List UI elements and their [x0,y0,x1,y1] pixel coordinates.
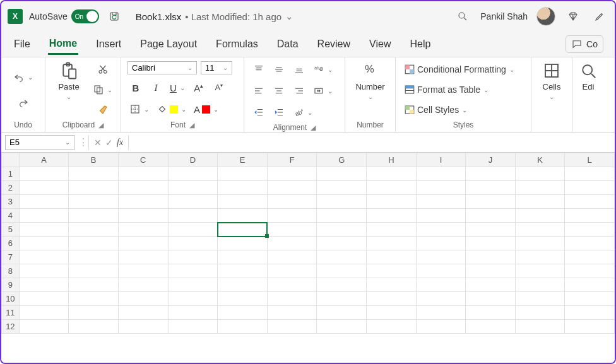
cell[interactable] [267,320,317,334]
column-header[interactable]: J [466,153,516,167]
cell[interactable] [466,167,516,181]
cell[interactable] [218,237,268,250]
cell[interactable] [565,320,615,334]
cell[interactable] [118,237,168,250]
row-header[interactable]: 6 [2,237,20,250]
enter-formula-icon[interactable]: ✓ [105,138,113,148]
cell[interactable] [19,292,69,306]
cell[interactable] [118,306,168,320]
column-header[interactable]: G [317,153,367,167]
cell[interactable] [565,209,615,223]
cell[interactable] [317,209,367,223]
cell[interactable] [218,167,268,181]
cell[interactable] [267,264,317,278]
cell[interactable] [168,250,218,264]
cell[interactable] [19,181,69,195]
cell[interactable] [168,237,218,250]
cell[interactable] [367,195,417,209]
cell[interactable] [267,306,317,320]
column-header[interactable]: B [69,153,119,167]
cell[interactable] [19,320,69,334]
cell[interactable] [118,167,168,181]
decrease-indent-icon[interactable] [251,104,267,120]
account-user-name[interactable]: Pankil Shah [480,11,528,21]
cell[interactable] [466,278,516,292]
increase-font-icon[interactable]: A▴ [191,79,207,96]
cell[interactable] [69,264,119,278]
row-header[interactable]: 2 [2,181,20,195]
cell[interactable] [565,278,615,292]
cancel-formula-icon[interactable]: ✕ [94,138,102,148]
cell[interactable] [168,264,218,278]
align-top-icon[interactable] [251,61,267,78]
align-bottom-icon[interactable] [291,61,307,78]
cell[interactable] [19,306,69,320]
cell[interactable] [416,237,466,250]
tab-data[interactable]: Data [276,35,300,54]
bold-button[interactable]: B [127,79,144,96]
cell[interactable] [416,320,466,334]
cell[interactable] [69,292,119,306]
paste-button[interactable]: Paste ⌄ [52,61,86,100]
cell[interactable] [267,250,317,264]
cut-icon[interactable] [91,61,114,78]
cell[interactable] [466,181,516,195]
cell[interactable] [367,264,417,278]
cell[interactable] [416,292,466,306]
tab-page-layout[interactable]: Page Layout [139,35,198,54]
column-header[interactable]: C [118,153,168,167]
cell[interactable] [565,237,615,250]
cell[interactable] [218,209,268,223]
search-icon[interactable] [454,8,471,25]
cell[interactable] [267,209,317,223]
orientation-icon[interactable]: ab [291,104,314,120]
tab-review[interactable]: Review [316,35,352,54]
font-family-combo[interactable]: Calibri⌄ [127,61,197,74]
formula-input[interactable] [129,135,615,150]
row-header[interactable]: 8 [2,264,20,278]
column-header[interactable]: A [19,153,69,167]
cell[interactable] [515,320,565,334]
cell[interactable] [267,223,317,237]
column-header[interactable]: E [218,153,268,167]
cell[interactable] [69,306,119,320]
number-format-button[interactable]: % Number ⌄ [353,61,388,100]
cell[interactable] [218,223,268,237]
column-header[interactable]: H [367,153,417,167]
cell[interactable] [118,292,168,306]
cell[interactable] [416,181,466,195]
wrap-text-icon[interactable]: ab [311,61,335,78]
select-all-corner[interactable] [2,153,20,167]
cell[interactable] [416,195,466,209]
row-header[interactable]: 3 [2,195,20,209]
cell[interactable] [69,250,119,264]
cell[interactable] [118,181,168,195]
cell[interactable] [416,167,466,181]
cell[interactable] [515,292,565,306]
column-header[interactable]: L [565,153,615,167]
cell[interactable] [565,223,615,237]
cell[interactable] [69,181,119,195]
clipboard-dialog-launcher[interactable]: ◢ [98,121,104,129]
cell[interactable] [218,181,268,195]
borders-button[interactable] [127,101,151,117]
cell[interactable] [416,223,466,237]
cell[interactable] [218,320,268,334]
cell[interactable] [218,250,268,264]
decrease-font-icon[interactable]: A▾ [211,79,227,96]
cell[interactable] [515,181,565,195]
cell[interactable] [317,320,367,334]
cell[interactable] [69,195,119,209]
format-painter-icon[interactable] [91,102,114,118]
cell[interactable] [515,237,565,250]
cell[interactable] [565,292,615,306]
align-center-icon[interactable] [271,83,287,99]
cell[interactable] [367,292,417,306]
cell[interactable] [317,306,367,320]
cell[interactable] [69,223,119,237]
cell[interactable] [466,264,516,278]
row-header[interactable]: 7 [2,250,20,264]
cell[interactable] [416,278,466,292]
tab-home[interactable]: Home [48,34,78,55]
cell[interactable] [466,292,516,306]
